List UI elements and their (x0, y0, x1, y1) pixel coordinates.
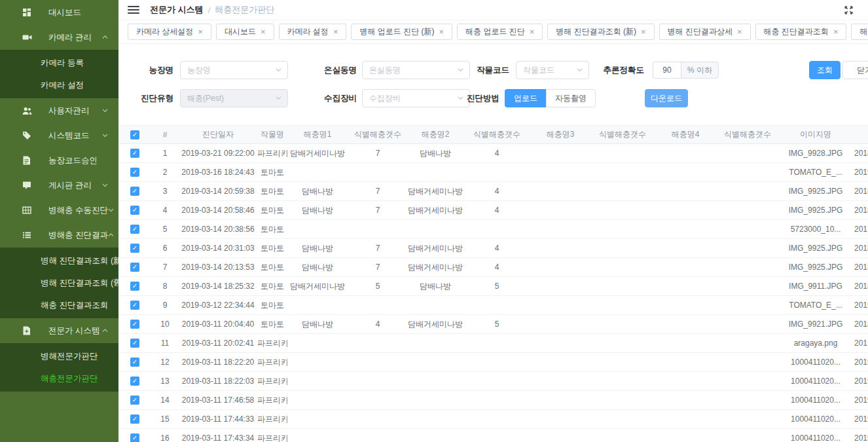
row-checkbox[interactable] (130, 358, 139, 367)
accuracy-input[interactable] (653, 62, 681, 79)
fullscreen-icon[interactable] (844, 5, 854, 15)
equipment-select[interactable]: 수집장비 (362, 89, 470, 107)
sidebar-item-disease-results-old[interactable]: 병해 진단결과조회 (舊) (0, 272, 118, 294)
breadcrumb-section[interactable]: 전문가 시스템 (150, 4, 204, 16)
tab[interactable]: ● 카메라 상세설정 × (128, 24, 211, 40)
table-row[interactable]: 5 2019-03-14 20:38:56 토마토 5723000_10... … (118, 220, 868, 239)
table-row[interactable]: 15 2019-03-11 17:44:33 파프리카 1000411020..… (118, 410, 868, 429)
crop-code-select[interactable]: 작물코드 (516, 61, 589, 79)
table-row[interactable]: 12 2019-03-11 18:22:20 파프리카 1000411020..… (118, 353, 868, 372)
cell-crop-name: 파프리카 (257, 338, 287, 349)
sidebar-item-board-management[interactable]: 게시판 관리 (0, 173, 118, 198)
cell-diagnosis-date: 2019-03-14 20:59:38 (179, 187, 257, 196)
row-checkbox[interactable] (130, 414, 139, 424)
tab-close-icon[interactable]: × (833, 28, 839, 36)
sidebar-item-diagnosis-results[interactable]: 병해충 진단결과 (0, 223, 118, 248)
tab-label: 병해 진단결과조회 (新) (556, 26, 636, 37)
table-row[interactable]: 4 2019-03-14 20:58:46 토마토 담배나방 7 담배거세미나방… (118, 201, 868, 220)
sidebar-item-disease-results-new[interactable]: 병해 진단결과조회 (新) (0, 249, 118, 272)
row-checkbox[interactable] (130, 168, 139, 177)
sidebar-item-dashboard[interactable]: 대시보드 (0, 0, 118, 25)
table-row[interactable]: 9 2019-03-12 22:34:44 토마토 TOMATO_E_... 2… (118, 296, 868, 315)
tab-close-icon[interactable]: × (261, 28, 266, 36)
filter-row-1: 농장명 농장명 온실동명 온실동명 작물코드 작물코드 추론정확도 (128, 61, 868, 79)
tab[interactable]: ● 병해 업로드 진단 (新) × (351, 24, 452, 40)
table-row[interactable]: 3 2019-03-14 20:59:38 토마토 담배나방 7 담배거세미나방… (118, 182, 868, 201)
column-header: 이미지명 (780, 129, 852, 140)
sidebar-item-pest-results[interactable]: 해충 진단결과조회 (0, 294, 118, 316)
select-all-checkbox[interactable] (130, 130, 139, 139)
sidebar-item-manual-diagnosis[interactable]: 병해충 수동진단 (0, 198, 118, 223)
upload-toggle-button[interactable]: 업로드 (505, 89, 546, 107)
tab[interactable]: ● 병해 진단결과조회 (新) × (547, 24, 654, 40)
row-checkbox[interactable] (130, 339, 139, 348)
table-row[interactable]: 6 2019-03-14 20:31:03 토마토 담배나방 7 담배거세미나방… (118, 239, 868, 258)
row-checkbox[interactable] (130, 396, 139, 405)
row-checkbox[interactable] (130, 206, 139, 215)
cell-crop-name: 토마토 (257, 186, 287, 197)
row-checkbox[interactable] (130, 225, 139, 234)
sidebar-item-user-management[interactable]: 사용자관리 (0, 98, 118, 123)
tab[interactable]: ● 해충 업로드 진단 × (457, 24, 543, 40)
table-row[interactable]: 10 2019-03-11 20:04:40 토마토 담배나방 4 담배거세미나… (118, 315, 868, 334)
table-row[interactable]: 7 2019-03-14 20:13:53 토마토 담배나방 7 담배거세미나방… (118, 258, 868, 277)
tab-close-icon[interactable]: × (333, 28, 338, 36)
cell-image-name: IMG_9921.JPG (780, 320, 852, 329)
cell-pest-count-2: 5 (463, 282, 531, 291)
greenhouse-select[interactable]: 온실동명 (362, 61, 470, 79)
row-checkbox[interactable] (130, 263, 139, 272)
cell-registered-date: 2019 (852, 168, 868, 177)
row-checkbox[interactable] (130, 282, 139, 291)
farm-name-placeholder: 농장명 (187, 65, 211, 76)
sidebar-item-label: 병해 진단결과조회 (新) (41, 255, 118, 267)
sidebar-item-camera-management[interactable]: 카메라 관리 (0, 25, 118, 50)
table-row[interactable]: 2 2019-03-16 18:24:43 토마토 TOMATO_E_... 2… (118, 163, 868, 182)
diagnosis-type-select[interactable]: 해충(Pest) (180, 89, 288, 107)
cell-diagnosis-date: 2019-03-11 17:46:58 (179, 396, 257, 405)
tab-close-icon[interactable]: × (530, 28, 535, 36)
cell-pest-count-1: 4 (348, 320, 408, 329)
tab[interactable]: ● 카메라 설정 × (279, 24, 347, 40)
cell-image-name: 1000411020... (780, 396, 852, 405)
tab-label: 해충 업로드 진단 (465, 26, 525, 37)
search-button[interactable]: 조회 (809, 61, 841, 79)
tab-close-icon[interactable]: × (641, 28, 646, 36)
farm-name-select[interactable]: 농장명 (180, 61, 288, 79)
row-checkbox[interactable] (130, 301, 139, 310)
sidebar-item-pest-expert[interactable]: 해충전문가판단 (0, 367, 118, 390)
table-row[interactable]: 1 2019-03-21 09:22:00 파프리카 담배거세미나방 7 담배나… (118, 144, 868, 163)
table-row[interactable]: 13 2019-03-11 18:22:03 파프리카 1000411020..… (118, 372, 868, 391)
tab-close-icon[interactable]: × (439, 28, 444, 36)
cell-pest-name-1: 담배나방 (287, 186, 348, 197)
close-button[interactable]: 닫기 (842, 61, 868, 79)
sidebar-item-farm-code-approval[interactable]: 농장코드승인 (0, 148, 118, 173)
tab[interactable]: ● 해충 진단결과상세 × (851, 24, 868, 40)
tab-close-icon[interactable]: × (198, 28, 203, 36)
row-checkbox[interactable] (130, 244, 139, 253)
table-row[interactable]: 14 2019-03-11 17:46:58 파프리카 1000411020..… (118, 391, 868, 410)
table-row[interactable]: 11 2019-03-11 20:02:41 파프리카 aragaya.png … (118, 334, 868, 353)
sidebar-item-disease-expert[interactable]: 병해전문가판단 (0, 345, 118, 367)
chevron-down-icon (102, 183, 108, 187)
sidebar-item-camera-settings[interactable]: 카메라 설정 (0, 74, 118, 96)
cell-pest-count-1: 7 (348, 244, 408, 253)
diagnosis-type-value: 해충(Pest) (187, 93, 224, 104)
sidebar-item-expert-system[interactable]: 전문가 시스템 (0, 318, 118, 343)
auto-capture-toggle-button[interactable]: 자동촬영 (546, 89, 596, 107)
cell-pest-count-2: 5 (463, 320, 531, 329)
row-checkbox[interactable] (130, 377, 139, 386)
sidebar-item-camera-register[interactable]: 카메라 등록 (0, 52, 118, 74)
download-button[interactable]: 다운로드 (645, 89, 688, 107)
tab[interactable]: ● 대시보드 × (216, 24, 274, 40)
row-checkbox[interactable] (130, 320, 139, 329)
tab[interactable]: ● 해충 진단결과조회 × (755, 24, 847, 40)
row-checkbox[interactable] (130, 149, 139, 158)
row-checkbox[interactable] (130, 187, 139, 196)
row-checkbox[interactable] (130, 433, 139, 442)
tab-close-icon[interactable]: × (737, 28, 742, 36)
table-row[interactable]: 16 2019-03-11 17:43:34 파프리카 1000411020..… (118, 429, 868, 442)
menu-icon[interactable] (128, 6, 139, 14)
table-row[interactable]: 8 2019-03-14 18:25:32 토마토 담배거세미나방 5 담배나방… (118, 277, 868, 296)
tab[interactable]: ● 병해 진단결과상세 × (659, 24, 751, 40)
sidebar-item-system-code[interactable]: 시스템코드 (0, 123, 118, 148)
